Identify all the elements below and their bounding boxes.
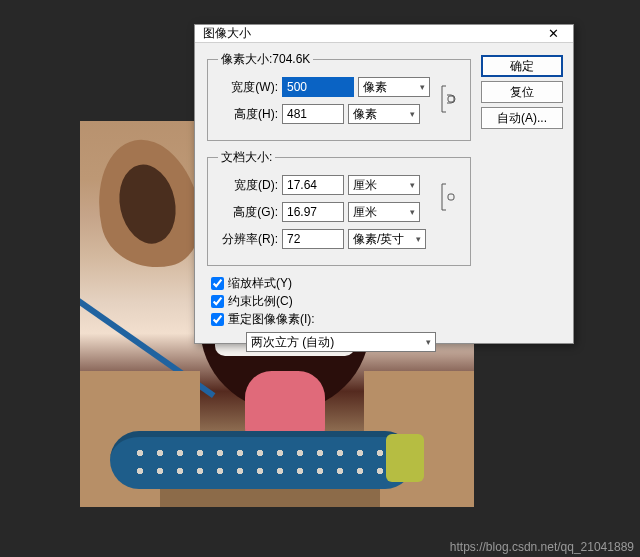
chevron-down-icon: ▾: [410, 109, 415, 119]
height-doc-unit-select[interactable]: 厘米▾: [348, 202, 420, 222]
pixel-dimensions-group: 像素大小:704.6K 宽度(W): 像素▾ 高度(H): 像素▾: [207, 51, 471, 141]
svg-rect-0: [448, 96, 454, 102]
dialog-titlebar[interactable]: 图像大小 ✕: [195, 25, 573, 43]
chevron-down-icon: ▾: [426, 337, 431, 347]
image-size-dialog: 图像大小 ✕ 像素大小:704.6K 宽度(W): 像素▾ 高度(H):: [194, 24, 574, 344]
scale-styles-checkbox[interactable]: 缩放样式(Y): [211, 274, 471, 292]
width-px-label: 宽度(W):: [218, 79, 278, 96]
height-px-input[interactable]: [282, 104, 344, 124]
resample-checkbox[interactable]: 重定图像像素(I):: [211, 310, 471, 328]
width-doc-unit-select[interactable]: 厘米▾: [348, 175, 420, 195]
doc-group-legend: 文档大小:: [218, 149, 275, 166]
resample-method-select[interactable]: 两次立方 (自动)▾: [246, 332, 436, 352]
height-px-label: 高度(H):: [218, 106, 278, 123]
width-px-unit-select[interactable]: 像素▾: [358, 77, 430, 97]
svg-rect-1: [448, 194, 454, 200]
resolution-input[interactable]: [282, 229, 344, 249]
auto-button[interactable]: 自动(A)...: [481, 107, 563, 129]
dialog-title: 图像大小: [203, 25, 251, 42]
chevron-down-icon: ▾: [410, 207, 415, 217]
width-doc-label: 宽度(D):: [218, 177, 278, 194]
close-button[interactable]: ✕: [533, 25, 573, 42]
reset-button[interactable]: 复位: [481, 81, 563, 103]
resolution-unit-select[interactable]: 像素/英寸▾: [348, 229, 426, 249]
pixel-group-legend: 像素大小:704.6K: [218, 51, 313, 68]
ok-button[interactable]: 确定: [481, 55, 563, 77]
chevron-down-icon: ▾: [420, 82, 425, 92]
width-doc-input[interactable]: [282, 175, 344, 195]
link-icon: [438, 180, 460, 214]
link-icon: [438, 82, 460, 116]
height-doc-input[interactable]: [282, 202, 344, 222]
width-px-input[interactable]: [282, 77, 354, 97]
document-size-group: 文档大小: 宽度(D): 厘米▾ 高度(G): 厘米▾: [207, 149, 471, 266]
close-icon: ✕: [548, 26, 559, 41]
height-doc-label: 高度(G):: [218, 204, 278, 221]
chevron-down-icon: ▾: [416, 234, 421, 244]
chevron-down-icon: ▾: [410, 180, 415, 190]
height-px-unit-select[interactable]: 像素▾: [348, 104, 420, 124]
resolution-label: 分辨率(R):: [218, 231, 278, 248]
watermark-text: https://blog.csdn.net/qq_21041889: [450, 540, 634, 554]
constrain-proportions-checkbox[interactable]: 约束比例(C): [211, 292, 471, 310]
